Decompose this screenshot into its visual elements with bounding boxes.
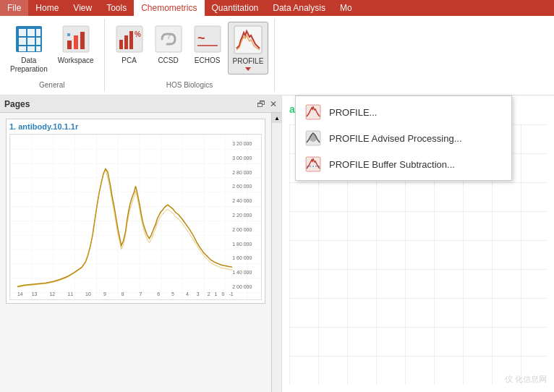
svg-text:11: 11 [67, 291, 73, 297]
ribbon-group-hos: % PCA CCSD [105, 19, 276, 92]
ccsd-button[interactable]: CCSD [150, 22, 187, 68]
data-preparation-button[interactable]: DataPreparation [6, 22, 52, 77]
svg-text:4: 4 [186, 291, 189, 297]
svg-text:2 60 000: 2 60 000 [232, 184, 252, 189]
profile-basic-label: PROFILE... [329, 107, 377, 118]
profile-advised-item[interactable]: PROFILE Advised Processing... [296, 125, 511, 151]
echos-icon: ~ [193, 25, 222, 54]
svg-rect-24 [234, 26, 262, 54]
pca-icon: % [115, 25, 144, 54]
pages-scrollbar[interactable]: ▲ [271, 113, 281, 392]
svg-rect-9 [36, 46, 41, 51]
page-1-item[interactable]: 1. antibody.10.1.1r 3 20 000 3 00 000 [6, 119, 265, 304]
menu-quantitation[interactable]: Quantitation [205, 0, 266, 16]
svg-text:1: 1 [215, 291, 218, 297]
profile-icon [234, 25, 263, 54]
profile-basic-item[interactable]: PROFILE... [296, 99, 511, 125]
general-group-label: General [39, 78, 65, 89]
ccsd-icon [154, 25, 183, 54]
pca-label: PCA [122, 56, 137, 65]
svg-rect-6 [36, 38, 41, 45]
svg-rect-8 [27, 46, 35, 51]
pca-button[interactable]: % PCA [111, 22, 148, 68]
svg-text:3 00 000: 3 00 000 [232, 155, 252, 161]
svg-text:2 20 000: 2 20 000 [232, 213, 252, 218]
svg-text:9: 9 [103, 291, 106, 297]
svg-rect-7 [19, 46, 26, 51]
svg-rect-11 [67, 41, 72, 49]
svg-rect-14 [67, 33, 70, 36]
workspace-button[interactable]: Workspace [54, 22, 98, 68]
echos-label: ECHOS [195, 56, 221, 65]
svg-rect-1 [19, 29, 26, 36]
close-icon[interactable]: ✕ [270, 99, 277, 109]
pages-header: Pages 🗗 ✕ [0, 95, 281, 113]
svg-rect-3 [36, 29, 41, 36]
svg-text:~: ~ [197, 31, 205, 46]
menu-file[interactable]: File [0, 0, 28, 16]
profile-button[interactable]: PROFILE [228, 22, 269, 74]
data-preparation-icon [14, 25, 43, 54]
svg-text:1 80 000: 1 80 000 [232, 242, 252, 247]
profile-buffer-icon [304, 155, 322, 173]
svg-text:0: 0 [221, 291, 224, 297]
svg-rect-17 [124, 35, 128, 49]
svg-text:5: 5 [171, 291, 174, 297]
pages-panel: Pages 🗗 ✕ ▲ 1. antibody.10.1.1r [0, 95, 282, 392]
svg-text:1 40 000: 1 40 000 [232, 270, 252, 275]
menu-chemometrics[interactable]: Chemometrics [134, 0, 204, 16]
svg-text:10: 10 [85, 291, 91, 297]
svg-rect-16 [119, 40, 123, 49]
chart-thumbnail: 3 20 000 3 00 000 2 80 000 2 60 000 2 40… [9, 134, 262, 300]
menu-bar: File Home View Tools Chemometrics Quanti… [0, 0, 554, 16]
watermark: 仪 化信息网 [505, 374, 547, 385]
svg-text:%: % [135, 30, 141, 38]
svg-rect-4 [19, 38, 26, 45]
svg-text:1 60 000: 1 60 000 [232, 255, 252, 260]
svg-rect-12 [74, 35, 78, 49]
profile-advised-icon [304, 129, 322, 147]
svg-rect-2 [27, 29, 35, 36]
profile-dropdown-menu: PROFILE... PROFILE Advised Processing...… [295, 95, 512, 181]
profile-advised-label: PROFILE Advised Processing... [329, 133, 462, 144]
scroll-up-button[interactable]: ▲ [272, 113, 282, 123]
svg-text:2 00 000: 2 00 000 [232, 284, 252, 289]
svg-text:7: 7 [139, 291, 142, 297]
ribbon-group-general: DataPreparation Workspace [0, 19, 105, 92]
svg-text:8: 8 [122, 291, 124, 297]
restore-icon[interactable]: 🗗 [257, 99, 265, 109]
svg-text:-1: -1 [229, 291, 233, 297]
svg-rect-31 [10, 135, 261, 299]
pages-icons: 🗗 ✕ [257, 99, 277, 109]
echos-button[interactable]: ~ ECHOS [189, 22, 226, 68]
workspace-icon [61, 25, 90, 54]
profile-dropdown-arrow [245, 67, 251, 71]
profile-buffer-item[interactable]: PROFILE Buffer Subtraction... [296, 151, 511, 177]
svg-text:13: 13 [32, 291, 38, 297]
svg-text:3: 3 [197, 291, 200, 297]
menu-data-analysis[interactable]: Data Analysis [265, 0, 333, 16]
menu-tools[interactable]: Tools [99, 0, 134, 16]
svg-text:3 20 000: 3 20 000 [232, 141, 252, 146]
ribbon: DataPreparation Workspace [0, 16, 554, 95]
data-preparation-label: DataPreparation [10, 56, 48, 74]
svg-text:6: 6 [157, 291, 160, 297]
page-1-title: 1. antibody.10.1.1r [9, 122, 262, 131]
svg-rect-5 [27, 38, 35, 45]
menu-view[interactable]: View [66, 0, 99, 16]
svg-text:2 80 000: 2 80 000 [232, 170, 252, 175]
pages-title: Pages [4, 99, 257, 109]
menu-home[interactable]: Home [28, 0, 66, 16]
profile-buffer-label: PROFILE Buffer Subtraction... [329, 159, 455, 170]
profile-basic-icon [304, 103, 322, 121]
menu-more[interactable]: Mo [333, 0, 359, 16]
svg-text:12: 12 [50, 291, 56, 297]
profile-label: PROFILE [233, 57, 264, 66]
workspace-label: Workspace [58, 56, 94, 65]
pages-content: 1. antibody.10.1.1r 3 20 000 3 00 000 [0, 113, 281, 310]
svg-text:14: 14 [17, 291, 23, 297]
hos-group-label: HOS Biologics [166, 78, 213, 89]
general-buttons: DataPreparation Workspace [6, 22, 98, 78]
svg-rect-18 [129, 31, 133, 49]
svg-rect-13 [80, 32, 85, 49]
